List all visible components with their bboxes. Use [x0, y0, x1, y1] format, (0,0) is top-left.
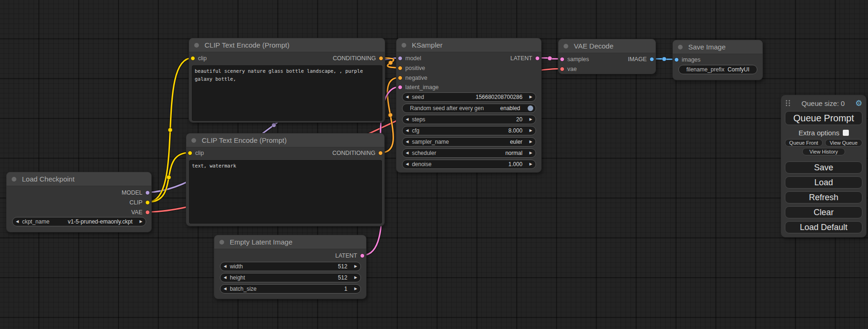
- collapse-dot-icon[interactable]: [191, 138, 196, 143]
- clear-button[interactable]: Clear: [785, 206, 862, 218]
- scheduler-increment-arrow-icon[interactable]: ▶: [526, 149, 536, 157]
- height-decrement-arrow-icon[interactable]: ◀: [220, 273, 230, 282]
- node-graph-canvas[interactable]: Load CheckpointMODELCLIPVAE◀ckpt_namev1-…: [0, 0, 868, 329]
- node-title-bar[interactable]: Load Checkpoint: [7, 172, 151, 186]
- settings-gear-icon[interactable]: ⚙: [855, 99, 862, 107]
- ckpt-name-increment-arrow-icon[interactable]: ▶: [136, 217, 146, 226]
- clip-text-encode-positive-node[interactable]: CLIP Text Encode (Prompt)clipCONDITIONIN…: [189, 38, 385, 123]
- CLIP-output-slot[interactable]: CLIP: [127, 199, 151, 206]
- sampler-name-decrement-arrow-icon[interactable]: ◀: [402, 138, 412, 146]
- Random seed after every gen-widget[interactable]: Random seed after every genenabled: [402, 104, 536, 113]
- latent-image-port-dot[interactable]: [398, 85, 402, 90]
- load-button[interactable]: Load: [785, 176, 862, 189]
- ksampler-node[interactable]: KSamplermodelpositivenegativelatent_imag…: [396, 38, 542, 173]
- ckpt-name-decrement-arrow-icon[interactable]: ◀: [13, 217, 22, 226]
- denoise-increment-arrow-icon[interactable]: ▶: [526, 160, 536, 168]
- load-checkpoint-node[interactable]: Load CheckpointMODELCLIPVAE◀ckpt_namev1-…: [6, 172, 152, 232]
- positive-input-slot[interactable]: positive: [396, 65, 428, 71]
- prompt-textarea[interactable]: text, watermark: [189, 160, 382, 224]
- node-title-bar[interactable]: VAE Decode: [558, 39, 656, 53]
- seed-decrement-arrow-icon[interactable]: ◀: [402, 93, 412, 101]
- clip-text-encode-negative-node[interactable]: CLIP Text Encode (Prompt)clipCONDITIONIN…: [186, 133, 385, 226]
- LATENT-output-slot[interactable]: LATENT: [332, 252, 366, 259]
- CONDITIONING-output-slot[interactable]: CONDITIONING: [330, 150, 384, 156]
- height-increment-arrow-icon[interactable]: ▶: [351, 273, 360, 282]
- prompt-textarea[interactable]: beautiful scenery nature glass bottle la…: [192, 65, 382, 121]
- filename-prefix-widget[interactable]: filename_prefixComfyUI: [678, 65, 757, 74]
- vae-input-slot[interactable]: vae: [558, 66, 579, 72]
- batch-size-increment-arrow-icon[interactable]: ▶: [351, 285, 360, 293]
- queue-front-button[interactable]: Queue Front: [785, 139, 823, 147]
- collapse-dot-icon[interactable]: [564, 44, 568, 49]
- vae-port-dot[interactable]: [560, 67, 565, 71]
- scheduler-decrement-arrow-icon[interactable]: ◀: [402, 149, 412, 157]
- node-title-bar[interactable]: KSampler: [396, 38, 541, 52]
- drag-handle-icon[interactable]: [785, 99, 791, 107]
- cfg-widget[interactable]: ◀cfg8.000▶: [402, 126, 536, 135]
- IMAGE-output-slot[interactable]: IMAGE: [625, 56, 656, 63]
- node-title-bar[interactable]: Empty Latent Image: [214, 235, 366, 249]
- negative-port-dot[interactable]: [398, 76, 402, 80]
- CONDITIONING-output-slot[interactable]: CONDITIONING: [330, 55, 385, 62]
- steps-widget[interactable]: ◀steps20▶: [402, 115, 536, 124]
- node-title-bar[interactable]: Save Image: [673, 40, 762, 54]
- toggle-dot-icon[interactable]: [528, 105, 533, 111]
- CONDITIONING-port-dot[interactable]: [378, 151, 383, 155]
- seed-increment-arrow-icon[interactable]: ▶: [526, 93, 536, 101]
- MODEL-output-slot[interactable]: MODEL: [119, 189, 151, 196]
- LATENT-port-dot[interactable]: [360, 253, 365, 258]
- clip-input-slot[interactable]: clip: [189, 55, 210, 62]
- IMAGE-port-dot[interactable]: [649, 57, 654, 62]
- samples-port-dot[interactable]: [560, 57, 565, 62]
- sampler-name-increment-arrow-icon[interactable]: ▶: [526, 138, 536, 146]
- width-decrement-arrow-icon[interactable]: ◀: [220, 262, 230, 271]
- latent-image-input-slot[interactable]: latent_image: [396, 84, 442, 91]
- LATENT-output-slot[interactable]: LATENT: [508, 55, 541, 62]
- save-button[interactable]: Save: [785, 161, 862, 174]
- view-history-button[interactable]: View History: [802, 148, 845, 155]
- model-input-slot[interactable]: model: [396, 55, 424, 62]
- vae-decode-node[interactable]: VAE DecodesamplesvaeIMAGE: [558, 39, 656, 74]
- collapse-dot-icon[interactable]: [678, 45, 683, 49]
- seed-widget[interactable]: ◀seed156680208700286▶: [402, 92, 536, 102]
- clip-input-slot[interactable]: clip: [186, 150, 207, 156]
- extra-options-checkbox[interactable]: [843, 130, 849, 136]
- steps-increment-arrow-icon[interactable]: ▶: [526, 115, 536, 124]
- batch-size-widget[interactable]: ◀batch_size1▶: [220, 284, 361, 294]
- negative-input-slot[interactable]: negative: [396, 75, 430, 81]
- collapse-dot-icon[interactable]: [194, 43, 199, 48]
- batch-size-decrement-arrow-icon[interactable]: ◀: [220, 285, 230, 293]
- VAE-output-slot[interactable]: VAE: [128, 209, 151, 216]
- denoise-widget[interactable]: ◀denoise1.000▶: [402, 160, 536, 169]
- images-port-dot[interactable]: [674, 57, 679, 62]
- node-title-bar[interactable]: CLIP Text Encode (Prompt): [186, 133, 384, 147]
- MODEL-port-dot[interactable]: [145, 190, 150, 195]
- collapse-dot-icon[interactable]: [12, 177, 16, 182]
- sampler-name-widget[interactable]: ◀sampler_nameeuler▶: [402, 137, 536, 147]
- ckpt-name-widget[interactable]: ◀ckpt_namev1-5-pruned-emaonly.ckpt▶: [12, 217, 146, 226]
- empty-latent-image-node[interactable]: Empty Latent ImageLATENT◀width512▶◀heigh…: [214, 235, 367, 299]
- width-widget[interactable]: ◀width512▶: [220, 262, 361, 271]
- cfg-decrement-arrow-icon[interactable]: ◀: [402, 126, 412, 135]
- VAE-port-dot[interactable]: [145, 210, 150, 215]
- view-queue-button[interactable]: View Queue: [825, 139, 863, 147]
- refresh-button[interactable]: Refresh: [785, 191, 862, 203]
- scheduler-widget[interactable]: ◀schedulernormal▶: [402, 148, 536, 158]
- denoise-decrement-arrow-icon[interactable]: ◀: [402, 160, 412, 168]
- load-default-button[interactable]: Load Default: [785, 221, 862, 233]
- height-widget[interactable]: ◀height512▶: [220, 273, 361, 282]
- clip-port-dot[interactable]: [191, 56, 195, 61]
- cfg-increment-arrow-icon[interactable]: ▶: [526, 126, 536, 135]
- model-port-dot[interactable]: [398, 56, 402, 61]
- collapse-dot-icon[interactable]: [402, 43, 406, 48]
- positive-port-dot[interactable]: [398, 66, 402, 70]
- steps-decrement-arrow-icon[interactable]: ◀: [402, 115, 412, 124]
- queue-prompt-button[interactable]: Queue Prompt: [785, 111, 862, 125]
- width-increment-arrow-icon[interactable]: ▶: [351, 262, 360, 271]
- node-title-bar[interactable]: CLIP Text Encode (Prompt): [189, 38, 385, 52]
- samples-input-slot[interactable]: samples: [558, 56, 592, 63]
- save-image-node[interactable]: Save Imageimagesfilename_prefixComfyUI: [672, 40, 763, 80]
- images-input-slot[interactable]: images: [673, 56, 703, 63]
- LATENT-port-dot[interactable]: [535, 56, 540, 61]
- CONDITIONING-port-dot[interactable]: [379, 56, 383, 61]
